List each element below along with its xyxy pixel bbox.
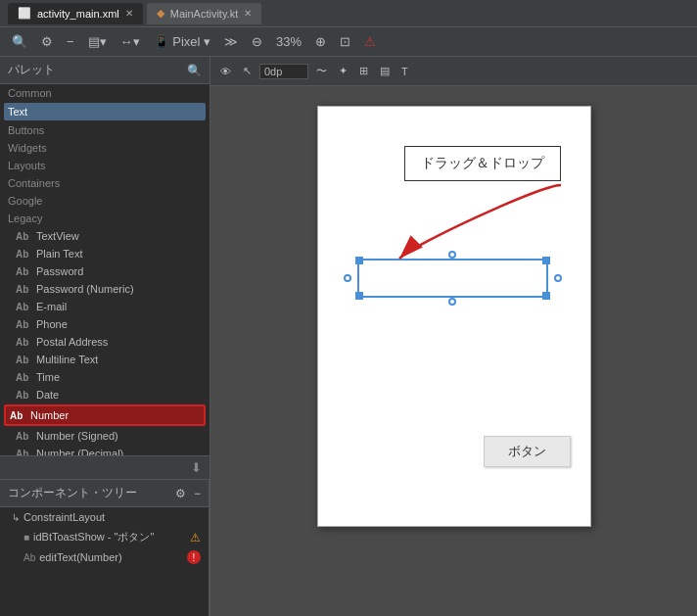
eye-icon[interactable]: 👁	[216, 65, 235, 78]
palette-scrollable: Common Text Buttons Widgets Layouts Cont…	[0, 84, 209, 455]
constraint-right[interactable]	[554, 274, 562, 282]
category-legacy[interactable]: Legacy	[0, 210, 209, 227]
palette-bottom-bar: ⬇	[0, 455, 209, 479]
component-tree-settings-icon[interactable]: ⚙	[175, 487, 186, 500]
magic-icon[interactable]: ✦	[335, 64, 351, 78]
main-layout: パレット 🔍 Common Text Buttons Widgets Layou…	[0, 57, 697, 616]
palette-search-area: 🔍	[187, 64, 202, 77]
palette-item-time[interactable]: Ab Time	[0, 368, 209, 386]
handle-bottom-right	[542, 292, 550, 300]
tree-constraint-layout[interactable]: ↳ ConstraintLayout	[0, 507, 209, 527]
number-widget-selected[interactable]	[357, 259, 548, 298]
palette-item-number[interactable]: Ab Number	[4, 404, 206, 426]
left-panel: パレット 🔍 Common Text Buttons Widgets Layou…	[0, 57, 210, 616]
tree-item-idBtToastShow[interactable]: ■ idBtToastShow - "ボタン" ⚠	[0, 527, 209, 547]
date-icon: Ab	[16, 390, 31, 401]
tab-mainactivity[interactable]: ◆ MainActivity.kt ✕	[147, 3, 261, 24]
palette-item-multiline[interactable]: Ab Multiline Text	[0, 351, 209, 368]
palette-item-date[interactable]: Ab Date	[0, 386, 209, 403]
number-decimal-icon: Ab	[16, 449, 31, 456]
device-selector[interactable]: 📱 Pixel ▾	[150, 32, 214, 51]
wave-icon[interactable]: 〜	[312, 63, 331, 79]
palette-item-email[interactable]: Ab E-mail	[0, 298, 209, 315]
zoom-label: 33%	[272, 32, 305, 51]
palette-item-number-decimal[interactable]: Ab Number (Decimal)	[0, 445, 209, 455]
warning-badge: ⚠	[190, 531, 201, 545]
drag-tooltip: ドラッグ＆ドロップ	[404, 146, 561, 181]
component-tree-title: コンポーネント・ツリー	[8, 485, 137, 501]
plaintext-icon: Ab	[16, 249, 31, 260]
more-button[interactable]: ≫	[220, 32, 242, 51]
handle-top-left	[355, 257, 363, 264]
password-icon: Ab	[16, 266, 31, 277]
category-common[interactable]: Common	[0, 84, 209, 102]
orient-dropdown[interactable]: ↔▾	[116, 32, 144, 51]
download-icon[interactable]: ⬇	[191, 460, 202, 475]
canvas-area: ドラッグ＆ドロップ	[210, 86, 697, 616]
xml-file-icon: ⬜	[18, 7, 31, 20]
canvas-panel: 👁 ↖ 〜 ✦ ⊞ ▤ T ドラッグ＆ドロップ	[210, 57, 697, 616]
category-widgets[interactable]: Widgets	[0, 139, 209, 157]
minus-icon[interactable]: −	[63, 32, 78, 51]
component-tree-header: コンポーネント・ツリー ⚙ −	[0, 480, 209, 507]
palette-item-password-numeric[interactable]: Ab Password (Numeric)	[0, 280, 209, 298]
grid-icon[interactable]: ⊞	[355, 64, 372, 78]
tree-item-edittext[interactable]: Ab editText(Number) !	[0, 547, 209, 567]
edittext-widget-icon: Ab	[23, 552, 35, 563]
dp-input[interactable]	[259, 64, 308, 79]
palette-item-phone[interactable]: Ab Phone	[0, 315, 209, 333]
constraint-top[interactable]	[448, 251, 456, 259]
category-buttons[interactable]: Buttons	[0, 121, 209, 139]
tree-layout-icon: ↳	[12, 512, 20, 523]
main-toolbar: 🔍 ⚙ − ▤▾ ↔▾ 📱 Pixel ▾ ≫ ⊖ 33% ⊕ ⊡ ⚠	[0, 27, 697, 57]
layer-icon[interactable]: ▤	[376, 64, 394, 78]
palette-item-number-signed[interactable]: Ab Number (Signed)	[0, 427, 209, 445]
palette-item-plaintext[interactable]: Ab Plain Text	[0, 245, 209, 262]
warning-icon[interactable]: ⚠	[360, 32, 380, 51]
handle-bottom-left	[355, 292, 363, 300]
constraint-left[interactable]	[344, 274, 351, 282]
category-text[interactable]: Text	[4, 103, 206, 120]
tab-close-2[interactable]: ✕	[244, 8, 252, 19]
component-tree-minus-icon[interactable]: −	[194, 487, 201, 500]
time-icon: Ab	[16, 372, 31, 383]
ruler-icon[interactable]: T	[397, 65, 412, 78]
palette-item-textview[interactable]: Ab TextView	[0, 227, 209, 245]
palette-title: パレット	[8, 62, 55, 78]
category-containers[interactable]: Containers	[0, 174, 209, 192]
palette-item-password[interactable]: Ab Password	[0, 262, 209, 280]
palette-search-icon[interactable]: 🔍	[187, 64, 202, 77]
category-layouts[interactable]: Layouts	[0, 157, 209, 174]
zoom-out-icon[interactable]: ⊖	[248, 32, 266, 51]
handle-top-right	[542, 257, 550, 264]
palette-item-postal[interactable]: Ab Postal Address	[0, 333, 209, 351]
kt-file-icon: ◆	[157, 7, 164, 20]
component-tree-panel: コンポーネント・ツリー ⚙ − ↳ ConstraintLayout ■ idB…	[0, 479, 209, 616]
zoom-fit-icon[interactable]: ⊡	[336, 32, 354, 51]
phone-frame: ドラッグ＆ドロップ	[317, 106, 591, 527]
number-icon: Ab	[10, 410, 25, 421]
zoom-in-icon[interactable]: ⊕	[311, 32, 330, 51]
tab-close-1[interactable]: ✕	[125, 8, 133, 19]
postal-icon: Ab	[16, 337, 31, 348]
email-icon: Ab	[16, 302, 31, 312]
constraint-bottom[interactable]	[448, 298, 456, 306]
number-signed-icon: Ab	[16, 431, 31, 442]
phone-icon: Ab	[16, 319, 31, 330]
error-badge: !	[187, 550, 201, 564]
tab-activity-main[interactable]: ⬜ activity_main.xml ✕	[8, 3, 143, 24]
multiline-icon: Ab	[16, 355, 31, 365]
layer-dropdown[interactable]: ▤▾	[84, 32, 111, 51]
password-numeric-icon: Ab	[16, 284, 31, 295]
title-bar: ⬜ activity_main.xml ✕ ◆ MainActivity.kt …	[0, 0, 697, 27]
phone-button: ボタン	[484, 436, 571, 467]
category-google[interactable]: Google	[0, 192, 209, 210]
gear-icon[interactable]: ⚙	[37, 32, 57, 51]
search-icon[interactable]: 🔍	[8, 32, 31, 51]
canvas-toolbar: 👁 ↖ 〜 ✦ ⊞ ▤ T	[210, 57, 697, 86]
cursor-icon[interactable]: ↖	[239, 64, 256, 78]
textview-icon: Ab	[16, 231, 31, 242]
palette-header: パレット 🔍	[0, 57, 209, 84]
button-widget-icon: ■	[23, 532, 29, 543]
